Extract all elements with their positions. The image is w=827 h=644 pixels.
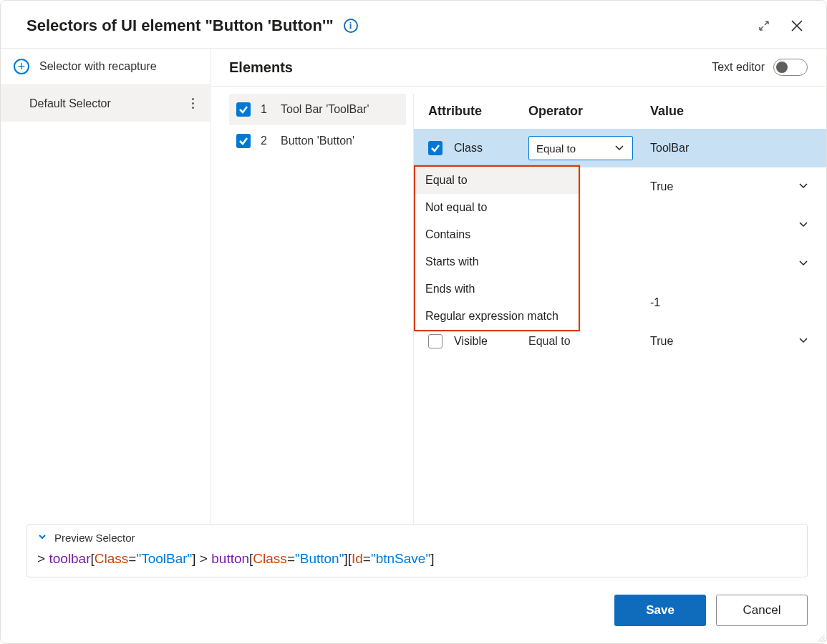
element-row[interactable]: 2Button 'Button' [229, 125, 406, 157]
text-editor-label: Text editor [712, 61, 765, 74]
element-row[interactable]: 1Tool Bar 'ToolBar' [229, 94, 406, 125]
main-panel: Elements Text editor 1Tool Bar 'ToolBar'… [211, 49, 826, 524]
attribute-row: ClassEqual toToolBar [414, 129, 826, 167]
selectors-sidebar: + Selector with recapture Default Select… [1, 49, 211, 524]
sidebar-item-default-selector[interactable]: Default Selector [1, 85, 210, 122]
checkbox-icon[interactable] [236, 102, 251, 117]
element-index: 2 [261, 135, 271, 147]
attribute-value: True [650, 180, 673, 193]
chevron-down-icon[interactable] [614, 142, 625, 155]
preview-label: Preview Selector [54, 532, 135, 544]
selector-with-recapture-button[interactable]: + Selector with recapture [1, 49, 210, 85]
checkbox-icon[interactable] [428, 141, 442, 155]
operator-option[interactable]: Equal to [415, 167, 579, 194]
element-label: Button 'Button' [281, 135, 354, 147]
selector-item-label: Default Selector [29, 97, 111, 110]
recapture-label: Selector with recapture [39, 60, 157, 73]
save-button[interactable]: Save [614, 595, 706, 626]
preview-selector-section: Preview Selector > toolbar[Class="ToolBa… [26, 524, 808, 577]
operator-option[interactable]: Not equal to [415, 194, 579, 221]
info-icon[interactable]: i [344, 19, 358, 33]
col-value: Value [650, 104, 826, 119]
chevron-down-icon[interactable] [798, 258, 809, 270]
attribute-name: Class [454, 142, 528, 155]
col-attribute: Attribute [428, 104, 528, 119]
dialog-header: Selectors of UI element "Button 'Button'… [1, 1, 826, 48]
expand-icon[interactable] [758, 19, 770, 32]
operator-dropdown[interactable]: Equal toNot equal toContainsStarts withE… [414, 165, 580, 331]
attribute-value: ToolBar [650, 142, 689, 155]
col-operator: Operator [528, 104, 650, 119]
kebab-menu-icon[interactable] [189, 95, 197, 112]
elements-list: 1Tool Bar 'ToolBar'2Button 'Button' [229, 94, 414, 524]
chevron-down-icon[interactable] [798, 181, 809, 193]
attribute-value: True [650, 335, 673, 348]
resize-grip-icon[interactable] [815, 632, 825, 642]
checkbox-icon[interactable] [428, 334, 442, 348]
element-index: 1 [261, 103, 271, 116]
plus-circle-icon: + [14, 59, 29, 74]
close-icon[interactable] [790, 19, 803, 32]
operator-option[interactable]: Ends with [415, 275, 579, 303]
operator-option[interactable]: Contains [415, 221, 579, 248]
checkbox-icon[interactable] [236, 134, 251, 148]
selectors-dialog: Selectors of UI element "Button 'Button'… [0, 0, 827, 644]
dialog-footer: Save Cancel [1, 577, 826, 643]
dialog-title: Selectors of UI element "Button 'Button'… [26, 16, 334, 35]
text-editor-toggle[interactable] [773, 59, 808, 76]
chevron-down-icon[interactable] [37, 532, 47, 544]
operator-text: Equal to [528, 335, 571, 347]
attributes-panel: Attribute Operator Value ClassEqual toTo… [414, 94, 826, 524]
operator-option[interactable]: Regular expression match [415, 303, 579, 330]
chevron-down-icon[interactable] [798, 336, 809, 348]
cancel-button[interactable]: Cancel [716, 595, 808, 626]
operator-option[interactable]: Starts with [415, 248, 579, 275]
elements-heading: Elements [229, 59, 293, 76]
element-label: Tool Bar 'ToolBar' [281, 103, 369, 116]
preview-selector-path: > toolbar[Class="ToolBar"] > button[Clas… [37, 551, 797, 567]
operator-select[interactable]: Equal to [528, 136, 633, 160]
chevron-down-icon[interactable] [798, 220, 809, 232]
attribute-value: -1 [650, 296, 660, 309]
attribute-name: Visible [454, 335, 528, 348]
